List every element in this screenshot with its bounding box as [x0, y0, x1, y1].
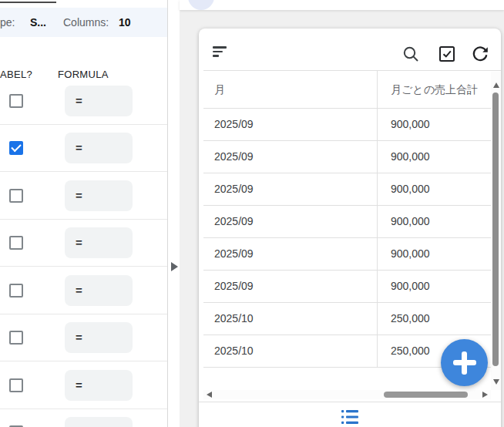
sort-icon[interactable]	[213, 46, 228, 59]
row-checkbox-checked[interactable]	[9, 141, 23, 155]
row-checkbox[interactable]	[9, 236, 23, 250]
horizontal-scrollbar	[203, 390, 491, 399]
card-toolbar	[199, 29, 501, 70]
table-row[interactable]: 2025/09 900,000	[203, 271, 491, 303]
month-cell: 2025/09	[203, 238, 378, 270]
formula-rows-list: = = = = = = =	[0, 77, 167, 427]
total-cell: 900,000	[378, 271, 491, 302]
row-checkbox[interactable]	[9, 331, 23, 345]
scroll-up-icon[interactable]	[493, 82, 499, 88]
month-cell: 2025/09	[203, 206, 378, 237]
formula-input[interactable]: =	[65, 180, 133, 211]
card-footer-divider	[199, 402, 501, 402]
search-icon[interactable]	[402, 45, 420, 63]
table-row[interactable]: 2025/10 250,000	[203, 303, 491, 335]
month-cell: 2025/09	[203, 173, 378, 205]
month-cell: 2025/10	[203, 303, 378, 335]
cut-off-element-edge	[0, 2, 56, 3]
field-settings-panel: pe: S... Columns: 10 ABEL? FORMULA = = =	[0, 0, 168, 427]
total-cell: 900,000	[378, 109, 491, 140]
table-header-row: 月 月ごとの売上合計	[203, 71, 491, 109]
row-checkbox[interactable]	[9, 378, 23, 392]
total-cell: 900,000	[378, 238, 491, 270]
columns-label: Columns:	[63, 8, 109, 37]
month-cell: 2025/10	[203, 335, 378, 367]
formula-row: =	[0, 361, 167, 409]
formula-input[interactable]: =	[65, 370, 133, 401]
month-cell: 2025/09	[203, 271, 378, 302]
formula-input[interactable]: =	[65, 322, 133, 353]
vertical-scrollbar-thumb[interactable]	[492, 92, 499, 366]
vertical-scrollbar	[491, 72, 501, 390]
formula-row: =	[0, 172, 167, 220]
select-all-icon[interactable]	[438, 45, 456, 63]
table-row[interactable]: 2025/09 900,000	[203, 206, 491, 238]
row-checkbox[interactable]	[9, 284, 23, 298]
table-row[interactable]: 2025/09 900,000	[203, 238, 491, 271]
formula-row: =	[0, 314, 167, 362]
row-checkbox[interactable]	[9, 94, 23, 108]
preview-top-bar	[180, 0, 504, 10]
formula-input[interactable]: =	[65, 133, 133, 163]
table-row[interactable]: 2025/09 900,000	[203, 109, 491, 141]
add-record-button[interactable]	[441, 339, 488, 386]
scroll-down-icon[interactable]	[493, 379, 499, 385]
month-cell: 2025/09	[203, 141, 378, 173]
scroll-left-icon[interactable]	[207, 392, 212, 398]
total-cell: 250,000	[378, 303, 491, 335]
total-cell: 900,000	[378, 141, 491, 173]
horizontal-scrollbar-thumb[interactable]	[384, 392, 468, 398]
formula-row: =	[0, 267, 167, 314]
formula-input[interactable]	[65, 417, 133, 427]
total-column-header: 月ごとの売上合計	[378, 71, 491, 108]
app-window: pe: S... Columns: 10 ABEL? FORMULA = = =	[0, 0, 504, 427]
total-cell: 900,000	[378, 173, 491, 205]
formula-input[interactable]: =	[65, 275, 133, 306]
table-row[interactable]: 2025/09 900,000	[203, 173, 491, 206]
scroll-right-icon[interactable]	[482, 392, 488, 398]
refresh-icon[interactable]	[471, 45, 489, 63]
formula-row	[0, 409, 167, 427]
panel-gutter	[169, 0, 180, 427]
total-cell: 900,000	[378, 206, 491, 237]
month-column-header: 月	[203, 71, 378, 108]
formula-input[interactable]: =	[65, 86, 133, 116]
type-label: pe:	[0, 8, 15, 37]
formula-input[interactable]: =	[65, 227, 133, 258]
table-row[interactable]: 2025/09 900,000	[203, 141, 491, 173]
type-value: S...	[30, 8, 46, 37]
cut-off-circle-button[interactable]	[188, 0, 214, 10]
columns-value: 10	[119, 8, 131, 37]
field-info-bar: pe: S... Columns: 10	[0, 8, 167, 37]
formula-row: =	[0, 220, 167, 267]
month-cell: 2025/09	[203, 109, 378, 140]
formula-row: =	[0, 77, 167, 125]
expand-arrow-icon[interactable]	[171, 262, 178, 271]
formula-row: =	[0, 125, 167, 173]
list-icon[interactable]	[341, 409, 359, 425]
row-checkbox[interactable]	[9, 189, 23, 203]
